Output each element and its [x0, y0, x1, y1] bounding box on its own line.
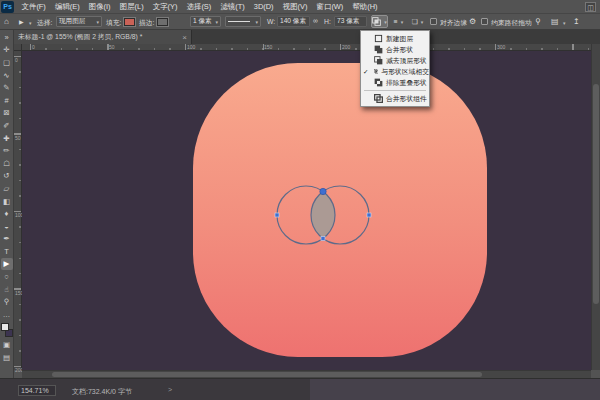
menu-item-exclude-overlapping-shapes[interactable]: 排除重叠形状: [361, 77, 429, 88]
align-edges-checkbox[interactable]: [430, 18, 437, 25]
stroke-style-dropdown[interactable]: ▾: [225, 16, 261, 27]
clone-stamp-tool[interactable]: ☖: [1, 157, 13, 170]
pen-tool[interactable]: ✒: [1, 233, 13, 246]
move-tool[interactable]: ✛: [1, 44, 13, 57]
zoom-tool[interactable]: ⚲: [1, 295, 13, 308]
document-size-info: 文档:732.4K/0 字节: [72, 387, 132, 397]
menu-help[interactable]: 帮助(H): [348, 0, 382, 14]
lasso-icon: ∿: [3, 71, 9, 80]
chevron-down-icon: ▾: [421, 19, 424, 25]
blur-icon: ♦: [5, 209, 9, 218]
pen-icon: ✒: [3, 234, 9, 243]
menu-file[interactable]: 文件(F): [17, 0, 50, 14]
status-options-chevron-icon[interactable]: >: [168, 386, 172, 393]
gradient-tool[interactable]: ◧: [1, 195, 13, 208]
menu-3d[interactable]: 3D(D): [249, 0, 278, 14]
anchor-point-bottom-intersection[interactable]: [321, 237, 325, 241]
home-icon[interactable]: ⌂: [4, 17, 9, 26]
menu-item-label: 合并形状组件: [386, 94, 427, 104]
chevron-down-icon: ▾: [401, 19, 404, 25]
menu-item-intersect-shape-areas[interactable]: ✓ 与形状区域相交: [361, 66, 429, 77]
menu-bar: Ps 文件(F) 编辑(E) 图像(I) 图层(L) 文字(Y) 选择(S) 滤…: [0, 0, 600, 14]
window-layout-icon[interactable]: ◫: [585, 2, 596, 12]
link-dimensions-icon[interactable]: ∞: [313, 17, 318, 24]
menu-layer[interactable]: 图层(L): [115, 0, 148, 14]
intersection-region[interactable]: [311, 192, 335, 239]
options-bar: ⌂ ▶ ▾ 选择: 现用图层▾ 填充: 描边: 1 像素▾ ▾ W: 140 像…: [0, 14, 600, 30]
tab-bar: 未标题-1 @ 155% (椭圆 2 拷贝, RGB/8) * ×: [14, 30, 600, 44]
path-arrangement-button[interactable]: ❏▾: [409, 15, 426, 28]
hand-tool[interactable]: ☝: [1, 283, 13, 296]
width-field[interactable]: 140 像素: [277, 16, 310, 27]
eyedropper-tool[interactable]: ✐: [1, 119, 13, 132]
menu-image[interactable]: 图像(I): [84, 0, 115, 14]
shape-tool[interactable]: ○: [1, 270, 13, 283]
screen-mode-button[interactable]: ▤: [1, 351, 13, 364]
anchor-point-west[interactable]: [275, 213, 279, 217]
chevron-down-icon: ▾: [255, 19, 258, 25]
close-icon[interactable]: ×: [182, 33, 187, 42]
scrollbar-thumb[interactable]: [593, 84, 599, 304]
frame-tool[interactable]: ⊠: [1, 107, 13, 120]
document-tab[interactable]: 未标题-1 @ 155% (椭圆 2 拷贝, RGB/8) * ×: [14, 30, 192, 44]
path-operations-button[interactable]: ▾: [371, 15, 388, 28]
chevron-down-icon: ▾: [96, 19, 99, 25]
crop-tool[interactable]: #: [1, 94, 13, 107]
stroke-swatch[interactable]: [157, 18, 168, 26]
healing-icon: ✚: [3, 134, 9, 143]
dodge-icon: ◒: [4, 222, 9, 231]
anchor-point-east[interactable]: [367, 213, 371, 217]
height-field[interactable]: 73 像素: [334, 16, 367, 27]
edit-toolbar-button[interactable]: …: [1, 308, 13, 321]
ruler-horizontal[interactable]: 0 50 100 150 200 250 300: [14, 44, 591, 51]
scrollbar-thumb[interactable]: [52, 372, 482, 377]
intersect-shapes-icon: [374, 67, 378, 76]
path-select-tool[interactable]: ▶: [1, 258, 13, 271]
select-mode-dropdown[interactable]: 现用图层▾: [56, 16, 102, 27]
menu-edit[interactable]: 编辑(E): [50, 0, 84, 14]
eraser-tool[interactable]: ▱: [1, 182, 13, 195]
menu-type[interactable]: 文字(Y): [148, 0, 182, 14]
path-alignment-button[interactable]: ≡▾: [390, 15, 407, 28]
gear-icon[interactable]: ⚙: [469, 17, 476, 26]
quick-select-tool[interactable]: ✎: [1, 81, 13, 94]
anchor-point-selected[interactable]: [320, 188, 326, 194]
menu-item-unite-shapes[interactable]: 合并形状: [361, 44, 429, 55]
menu-view[interactable]: 视图(V): [278, 0, 312, 14]
quick-mask-button[interactable]: ▣: [1, 339, 13, 352]
menu-window[interactable]: 窗口(W): [312, 0, 348, 14]
marquee-tool[interactable]: ▢: [1, 56, 13, 69]
zoom-level-field[interactable]: 154.71%: [18, 385, 56, 396]
tool-preset-icon[interactable]: ▶: [19, 18, 24, 25]
eyedropper-icon: ✐: [3, 121, 9, 130]
type-tool[interactable]: T: [1, 245, 13, 258]
history-brush-tool[interactable]: ↺: [1, 170, 13, 183]
workspace-icon[interactable]: ▤: [551, 17, 559, 26]
horizontal-scrollbar[interactable]: [22, 370, 591, 378]
healing-brush-tool[interactable]: ✚: [1, 132, 13, 145]
brush-tool[interactable]: ✏: [1, 144, 13, 157]
foreground-color-swatch[interactable]: [1, 323, 9, 331]
blur-tool[interactable]: ♦: [1, 207, 13, 220]
canvas[interactable]: [22, 51, 591, 370]
foreground-background-colors[interactable]: [1, 323, 13, 337]
menu-item-merge-shape-components[interactable]: 合并形状组件: [361, 93, 429, 104]
constrain-path-checkbox[interactable]: [481, 18, 488, 25]
menu-item-new-layer[interactable]: 新建图层: [361, 33, 429, 44]
menu-filter[interactable]: 滤镜(T): [216, 0, 249, 14]
dodge-tool[interactable]: ◒: [1, 220, 13, 233]
search-icon[interactable]: ⚲: [535, 17, 541, 26]
menu-item-subtract-front-shape[interactable]: 减去顶层形状: [361, 55, 429, 66]
stroke-width-field[interactable]: 1 像素▾: [190, 16, 221, 27]
share-icon[interactable]: ↥: [573, 17, 580, 26]
toolbar-collapse-icon[interactable]: »: [1, 31, 13, 44]
menu-separator: [364, 90, 426, 91]
lasso-tool[interactable]: ∿: [1, 69, 13, 82]
ruler-vertical[interactable]: 0 50 100 150 200: [14, 51, 22, 370]
fill-swatch[interactable]: [124, 18, 135, 26]
menu-select[interactable]: 选择(S): [182, 0, 216, 14]
ellipse-paths-overlay[interactable]: [265, 175, 375, 255]
vertical-scrollbar[interactable]: [591, 44, 600, 370]
status-bar: 154.71% 文档:732.4K/0 字节 >: [0, 378, 600, 400]
screen-mode-icon: ▤: [3, 353, 10, 362]
